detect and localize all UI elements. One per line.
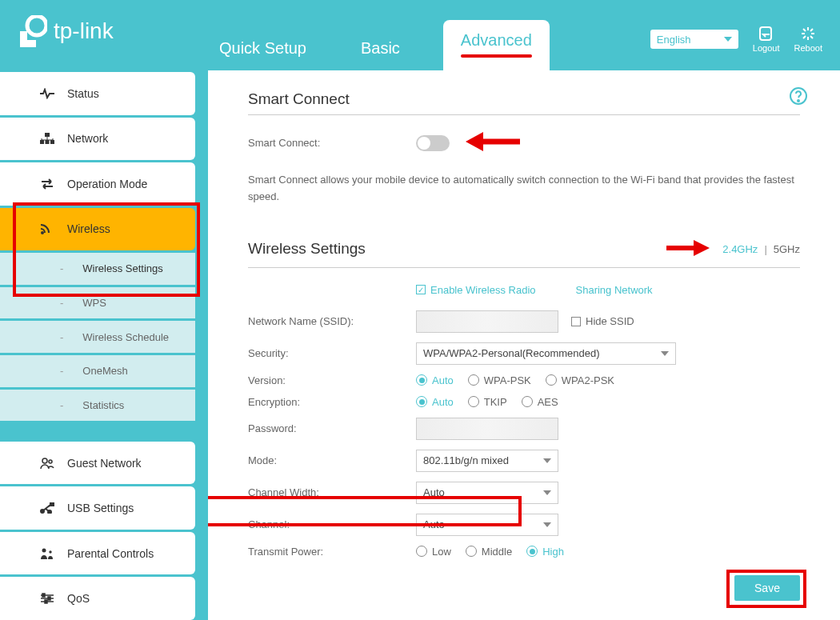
wireless-settings-title: Wireless Settings xyxy=(248,240,665,258)
sidebar-item-usb-settings[interactable]: USB Settings xyxy=(0,486,195,530)
transmit-low-radio[interactable]: Low xyxy=(416,546,451,558)
smart-connect-label: Smart Connect: xyxy=(248,137,416,149)
reboot-icon xyxy=(799,26,817,42)
sidebar: Status Network Operation Mode Wireless W… xyxy=(0,70,195,620)
svg-rect-15 xyxy=(50,140,54,144)
enable-wireless-checkbox[interactable]: ✓ xyxy=(416,285,426,294)
svg-rect-31 xyxy=(42,594,45,597)
sidebar-item-wireless[interactable]: Wireless xyxy=(0,208,195,251)
operation-mode-icon xyxy=(40,178,54,190)
encryption-tkip-radio[interactable]: TKIP xyxy=(468,396,507,408)
svg-point-21 xyxy=(42,458,47,463)
sidebar-item-wps[interactable]: WPS xyxy=(0,287,195,319)
hide-ssid-label: Hide SSID xyxy=(586,315,634,327)
smart-connect-description: Smart Connect allows your mobile device … xyxy=(248,172,800,206)
svg-rect-13 xyxy=(40,140,44,144)
version-auto-radio[interactable]: Auto xyxy=(416,374,454,386)
channel-select[interactable]: Auto xyxy=(416,514,558,536)
logout-button[interactable]: Logout xyxy=(753,26,780,53)
encryption-aes-radio[interactable]: AES xyxy=(522,396,558,408)
brand-name: tp-link xyxy=(54,18,114,44)
qos-icon xyxy=(40,593,54,604)
save-button[interactable]: Save xyxy=(734,575,800,601)
ssid-label: Network Name (SSID): xyxy=(248,315,416,327)
band-tab-5ghz[interactable]: 5GHz xyxy=(774,243,800,255)
version-wpa2-psk-radio[interactable]: WPA2-PSK xyxy=(546,374,614,386)
security-label: Security: xyxy=(248,347,416,359)
chevron-down-icon xyxy=(543,522,551,527)
encryption-label: Encryption: xyxy=(248,396,416,408)
sidebar-item-qos[interactable]: QoS xyxy=(0,577,195,620)
svg-rect-12 xyxy=(45,133,50,137)
encryption-auto-radio[interactable]: Auto xyxy=(416,396,454,408)
enable-wireless-label: Enable Wireless Radio xyxy=(430,284,536,296)
sidebar-item-status[interactable]: Status xyxy=(0,72,195,115)
chevron-down-icon xyxy=(543,458,551,463)
annotation-arrow-band xyxy=(665,238,710,261)
sidebar-item-parental-controls[interactable]: Parental Controls xyxy=(0,532,195,575)
smart-connect-toggle[interactable] xyxy=(416,135,450,151)
version-wpa-psk-radio[interactable]: WPA-PSK xyxy=(468,374,531,386)
tplink-logo-icon xyxy=(20,15,47,47)
logout-icon xyxy=(758,26,775,42)
users-icon xyxy=(40,458,54,469)
transmit-middle-radio[interactable]: Middle xyxy=(466,546,512,558)
channel-label: Channel: xyxy=(248,518,416,530)
ssid-input[interactable] xyxy=(416,310,558,333)
mode-select[interactable]: 802.11b/g/n mixed xyxy=(416,450,558,472)
svg-rect-2 xyxy=(20,40,36,47)
password-input[interactable] xyxy=(416,418,558,440)
sidebar-item-wireless-settings[interactable]: Wireless Settings xyxy=(0,253,195,285)
svg-rect-14 xyxy=(46,140,50,144)
sidebar-item-guest-network[interactable]: Guest Network xyxy=(0,442,195,485)
transmit-power-label: Transmit Power: xyxy=(248,546,416,558)
transmit-high-radio[interactable]: High xyxy=(526,546,564,558)
svg-point-35 xyxy=(798,100,799,102)
usb-icon xyxy=(40,502,54,514)
svg-point-22 xyxy=(49,460,52,463)
sharing-network-link[interactable]: Sharing Network xyxy=(576,284,653,296)
svg-rect-24 xyxy=(50,502,54,506)
channel-width-label: Channel Width: xyxy=(248,486,416,498)
parental-icon xyxy=(40,548,54,559)
tab-basic[interactable]: Basic xyxy=(350,31,411,70)
smart-connect-title: Smart Connect xyxy=(248,90,800,115)
band-tab-24ghz[interactable]: 2.4GHz xyxy=(722,243,758,255)
version-label: Version: xyxy=(248,374,416,386)
svg-point-25 xyxy=(48,510,51,514)
svg-line-11 xyxy=(810,29,813,31)
chevron-down-icon xyxy=(724,37,732,42)
language-select[interactable]: English xyxy=(650,30,738,49)
hide-ssid-checkbox[interactable] xyxy=(571,317,581,326)
network-icon xyxy=(40,133,54,144)
pulse-icon xyxy=(40,88,54,99)
password-label: Password: xyxy=(248,422,416,434)
channel-width-select[interactable]: Auto xyxy=(416,482,558,504)
help-icon[interactable] xyxy=(789,86,808,108)
svg-point-0 xyxy=(27,16,46,35)
svg-line-10 xyxy=(803,36,806,38)
wifi-icon xyxy=(40,223,54,234)
security-select[interactable]: WPA/WPA2-Personal(Recommended) xyxy=(416,342,676,365)
svg-line-8 xyxy=(803,29,806,31)
svg-rect-32 xyxy=(48,597,50,600)
svg-rect-33 xyxy=(45,600,47,603)
chevron-down-icon xyxy=(543,490,551,495)
mode-label: Mode: xyxy=(248,454,416,466)
reboot-button[interactable]: Reboot xyxy=(794,26,822,53)
svg-point-26 xyxy=(42,548,46,552)
svg-line-9 xyxy=(810,36,813,38)
svg-point-20 xyxy=(41,231,44,234)
annotation-arrow-smart-connect xyxy=(466,130,522,156)
tab-quick-setup[interactable]: Quick Setup xyxy=(208,31,318,70)
sidebar-item-statistics[interactable]: Statistics xyxy=(0,390,195,422)
sidebar-item-wireless-schedule[interactable]: Wireless Schedule xyxy=(0,321,195,353)
sidebar-item-onemesh[interactable]: OneMesh xyxy=(0,355,195,387)
chevron-down-icon xyxy=(661,351,669,356)
sidebar-item-operation-mode[interactable]: Operation Mode xyxy=(0,162,195,206)
main-content: Smart Connect Smart Connect: Smart Conne… xyxy=(208,70,840,620)
brand-logo: tp-link xyxy=(20,15,114,47)
tab-advanced[interactable]: Advanced xyxy=(443,20,550,70)
sidebar-item-network[interactable]: Network xyxy=(0,118,195,161)
svg-point-27 xyxy=(49,550,51,553)
